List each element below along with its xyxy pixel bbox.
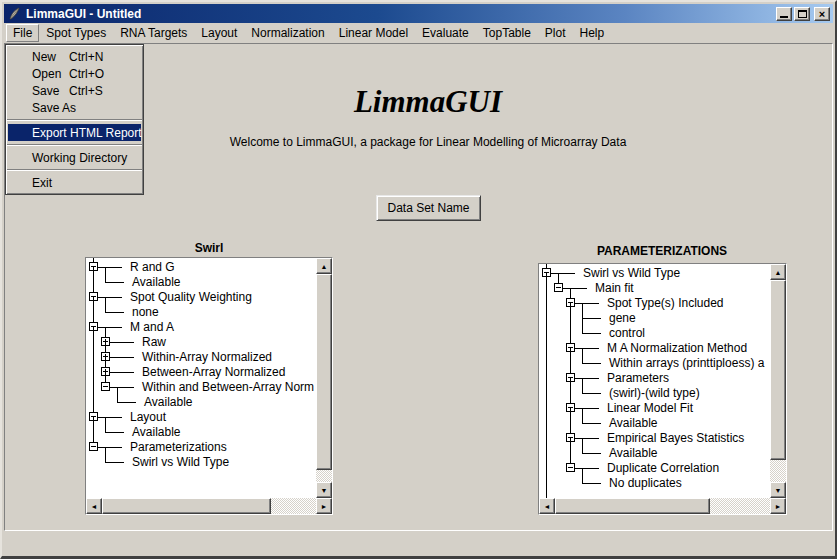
tree-row[interactable]: Within arrays (printtiploess) a	[541, 356, 770, 371]
tree-item-label[interactable]: Within-Array Normalized	[142, 350, 272, 365]
tree-item-label[interactable]: none	[132, 305, 159, 320]
tree-item-label[interactable]: Linear Model Fit	[607, 401, 693, 416]
tree-row[interactable]: Available	[88, 395, 316, 410]
horizontal-scroll-thumb[interactable]	[102, 498, 271, 514]
tree-row[interactable]: Within-Array Normalized	[88, 350, 316, 365]
tree-item-label[interactable]: Within and Between-Array Norm	[142, 380, 314, 395]
tree-row[interactable]: Available	[88, 275, 316, 290]
tree-item-label[interactable]: Empirical Bayes Statistics	[607, 431, 744, 446]
tree-item-label[interactable]: Swirl vs Wild Type	[132, 455, 229, 470]
tree-row[interactable]: Layout	[88, 410, 316, 425]
collapse-minus-icon[interactable]	[554, 283, 563, 292]
tree-row[interactable]: R and G	[88, 260, 316, 275]
scroll-down-button[interactable]: ▼	[316, 482, 332, 498]
tree-item-label[interactable]: Available	[609, 446, 657, 461]
vertical-scroll-thumb[interactable]	[316, 274, 332, 470]
tree-item-label[interactable]: Duplicate Correlation	[607, 461, 719, 476]
tree-row[interactable]: Available	[88, 425, 316, 440]
menubar-item-rna-targets[interactable]: RNA Targets	[113, 24, 194, 42]
tree-row[interactable]: M and A	[88, 320, 316, 335]
tree-item-label[interactable]: Swirl vs Wild Type	[583, 266, 680, 281]
tree-item-label[interactable]: Layout	[130, 410, 166, 425]
tree-row[interactable]: Parameterizations	[88, 440, 316, 455]
vertical-scroll-thumb[interactable]	[770, 280, 786, 460]
tree-item-label[interactable]: M and A	[130, 320, 174, 335]
tree-row[interactable]: Duplicate Correlation	[541, 461, 770, 476]
menubar-item-evaluate[interactable]: Evaluate	[415, 24, 476, 42]
tree-row[interactable]: Available	[541, 416, 770, 431]
tree-item-label[interactable]: Spot Quality Weighting	[130, 290, 252, 305]
tree-row[interactable]: Spot Type(s) Included	[541, 296, 770, 311]
minimize-button[interactable]	[776, 7, 792, 21]
scroll-up-button[interactable]: ▲	[316, 258, 332, 274]
tree-item-label[interactable]: Parameters	[607, 371, 669, 386]
tree-item-label[interactable]: Between-Array Normalized	[142, 365, 285, 380]
tree-row[interactable]: Between-Array Normalized	[88, 365, 316, 380]
tree-item-label[interactable]: Spot Type(s) Included	[607, 296, 724, 311]
tree-row[interactable]: No duplicates	[541, 476, 770, 491]
tree-item-label[interactable]: R and G	[130, 260, 175, 275]
menubar-item-normalization[interactable]: Normalization	[244, 24, 331, 42]
menubar-item-file[interactable]: File	[6, 24, 39, 42]
tree-row[interactable]: Within and Between-Array Norm	[88, 380, 316, 395]
menubar-item-toptable[interactable]: TopTable	[476, 24, 538, 42]
menubar-item-linear-model[interactable]: Linear Model	[332, 24, 415, 42]
file-menu-item-open[interactable]: OpenCtrl+O	[8, 65, 141, 82]
tree-row[interactable]: M A Normalization Method	[541, 341, 770, 356]
horizontal-scroll-track[interactable]	[102, 498, 316, 514]
scroll-down-button[interactable]: ▼	[770, 482, 786, 498]
tree-row[interactable]: Parameters	[541, 371, 770, 386]
tree-row[interactable]: Main fit	[541, 281, 770, 296]
scroll-left-button[interactable]: ◄	[539, 498, 555, 514]
tree-item-label[interactable]: Raw	[142, 335, 166, 350]
tree-row[interactable]: Swirl vs Wild Type	[88, 455, 316, 470]
tree-item-label[interactable]: Available	[609, 416, 657, 431]
file-menu-item-working-directory[interactable]: Working Directory	[8, 149, 141, 166]
tree-row[interactable]: Linear Model Fit	[541, 401, 770, 416]
menubar-item-layout[interactable]: Layout	[194, 24, 244, 42]
file-menu-item-export-html-report[interactable]: Export HTML Report	[8, 124, 141, 141]
menubar-item-help[interactable]: Help	[573, 24, 612, 42]
scroll-right-button[interactable]: ►	[770, 498, 786, 514]
tree-item-label[interactable]: M A Normalization Method	[607, 341, 747, 356]
tree-item-label[interactable]: Available	[132, 425, 180, 440]
tree-item-label[interactable]: Available	[132, 275, 180, 290]
tree-row[interactable]: Raw	[88, 335, 316, 350]
collapse-minus-icon[interactable]	[566, 463, 575, 472]
tree-item-label[interactable]: (swirl)-(wild type)	[609, 386, 700, 401]
tree-row[interactable]: Empirical Bayes Statistics	[541, 431, 770, 446]
menubar-item-plot[interactable]: Plot	[538, 24, 573, 42]
vertical-scroll-track[interactable]	[316, 274, 332, 482]
horizontal-scroll-thumb[interactable]	[555, 498, 710, 514]
horizontal-scroll-track[interactable]	[555, 498, 770, 514]
tree-item-label[interactable]: Main fit	[595, 281, 634, 296]
close-button[interactable]: ×	[814, 7, 830, 21]
maximize-button[interactable]	[794, 7, 810, 21]
data-set-name-button[interactable]: Data Set Name	[376, 195, 481, 221]
file-menu-item-exit[interactable]: Exit	[8, 174, 141, 191]
tree-row[interactable]: control	[541, 326, 770, 341]
scroll-up-button[interactable]: ▲	[770, 264, 786, 280]
tree-row[interactable]: none	[88, 305, 316, 320]
scroll-right-button[interactable]: ►	[316, 498, 332, 514]
tree-row[interactable]: (swirl)-(wild type)	[541, 386, 770, 401]
file-menu-item-save[interactable]: SaveCtrl+S	[8, 82, 141, 99]
tree-row[interactable]: gene	[541, 311, 770, 326]
tree-item-label[interactable]: control	[609, 326, 645, 341]
file-menu-item-new[interactable]: NewCtrl+N	[8, 48, 141, 65]
tree-item-label[interactable]: Within arrays (printtiploess) a	[609, 356, 764, 371]
vertical-scroll-track[interactable]	[770, 280, 786, 482]
file-menu-item-save-as[interactable]: Save As	[8, 99, 141, 116]
tree-item-label[interactable]: Parameterizations	[130, 440, 227, 455]
tree-lines	[541, 416, 553, 431]
tree-item-label[interactable]: Available	[144, 395, 192, 410]
scroll-left-button[interactable]: ◄	[86, 498, 102, 514]
tree-item-label[interactable]: gene	[609, 311, 636, 326]
tree-row[interactable]: Swirl vs Wild Type	[541, 266, 770, 281]
collapse-minus-icon[interactable]	[101, 382, 110, 391]
tree-item-label[interactable]: No duplicates	[609, 476, 682, 491]
tree-row[interactable]: Spot Quality Weighting	[88, 290, 316, 305]
tree-row[interactable]: Available	[541, 446, 770, 461]
menubar-item-spot-types[interactable]: Spot Types	[39, 24, 113, 42]
collapse-minus-icon[interactable]	[89, 442, 98, 451]
